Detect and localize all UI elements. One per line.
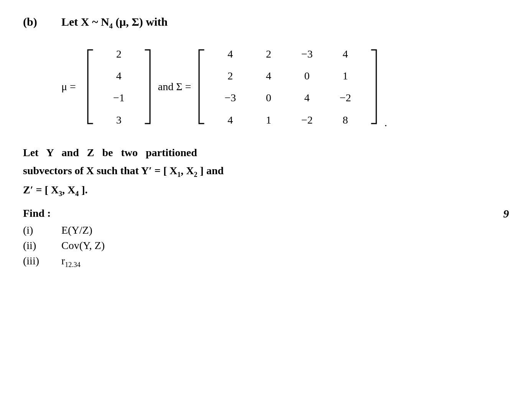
mu-val-4: 3 [107, 112, 130, 127]
mu-vector-grid: 2 4 −1 3 [100, 42, 138, 132]
sub-label-i: (i) [23, 224, 50, 236]
find-section: Find : 9 [23, 207, 509, 220]
sigma-r3c4: −2 [334, 90, 357, 105]
matrix-section: μ = 2 4 −1 3 and Σ = [61, 42, 509, 132]
page-content: (b) Let X ~ N4 (μ, Σ) with μ = 2 4 −1 3 [23, 15, 509, 269]
mu-bracket-left [86, 48, 94, 125]
sigma-matrix-grid: 4 2 −3 4 2 4 0 1 −3 0 4 −2 4 1 −2 8 [211, 42, 364, 132]
sigma-r2c1: 2 [219, 68, 242, 83]
sigma-r1c4: 4 [334, 46, 357, 61]
question-intro: Let X ~ N4 (μ, Σ) with [61, 15, 168, 30]
sigma-r3c1: −3 [219, 90, 242, 105]
sub-label-iii: (iii) [23, 255, 50, 269]
mu-val-1: 2 [107, 46, 130, 61]
sigma-r3c3: 4 [295, 90, 318, 105]
period: . [384, 117, 387, 132]
sigma-r2c2: 4 [257, 68, 280, 83]
description-block: Let Y and Z be two partitioned subvector… [23, 143, 445, 200]
sigma-r2c4: 1 [334, 68, 357, 83]
sigma-bracket-left [197, 48, 205, 125]
sigma-r1c1: 4 [219, 46, 242, 61]
sub-item-iii: (iii) r12.34 [23, 255, 509, 269]
sigma-r4c2: 1 [257, 112, 280, 127]
sigma-r2c3: 0 [295, 68, 318, 83]
mu-val-2: 4 [107, 68, 130, 83]
sigma-bracket-right [370, 48, 379, 125]
marks: 9 [503, 207, 509, 220]
and-sigma-label: and Σ = [158, 81, 191, 93]
question-header: (b) Let X ~ N4 (μ, Σ) with [23, 15, 509, 30]
sigma-r4c4: 8 [334, 112, 357, 127]
sigma-r4c1: 4 [219, 112, 242, 127]
sub-text-iii: r12.34 [61, 255, 81, 269]
sub-items: (i) E(Y/Z) (ii) Cov(Y, Z) (iii) r12.34 [23, 224, 509, 269]
sigma-r4c3: −2 [295, 112, 318, 127]
mu-bracket-right [144, 48, 152, 125]
description-line2: subvectors of X such that Y′ = [ X1, X2 … [23, 162, 445, 180]
sub-item-i: (i) E(Y/Z) [23, 224, 509, 236]
description-line1: Let Y and Z be two partitioned [23, 143, 445, 162]
sub-text-i: E(Y/Z) [61, 224, 92, 236]
part-label: (b) [23, 15, 46, 28]
sub-item-ii: (ii) Cov(Y, Z) [23, 239, 509, 252]
description-line3: Z′ = [ X3, X4 ]. [23, 181, 445, 200]
sigma-r1c2: 2 [257, 46, 280, 61]
mu-val-3: −1 [107, 90, 130, 105]
find-label: Find : [23, 207, 51, 219]
sub-label-ii: (ii) [23, 239, 50, 252]
matrix-equation: μ = 2 4 −1 3 and Σ = [61, 42, 387, 132]
mu-label: μ = [61, 81, 76, 93]
sigma-r3c2: 0 [257, 90, 280, 105]
sub-text-ii: Cov(Y, Z) [61, 239, 105, 252]
sigma-r1c3: −3 [295, 46, 318, 61]
